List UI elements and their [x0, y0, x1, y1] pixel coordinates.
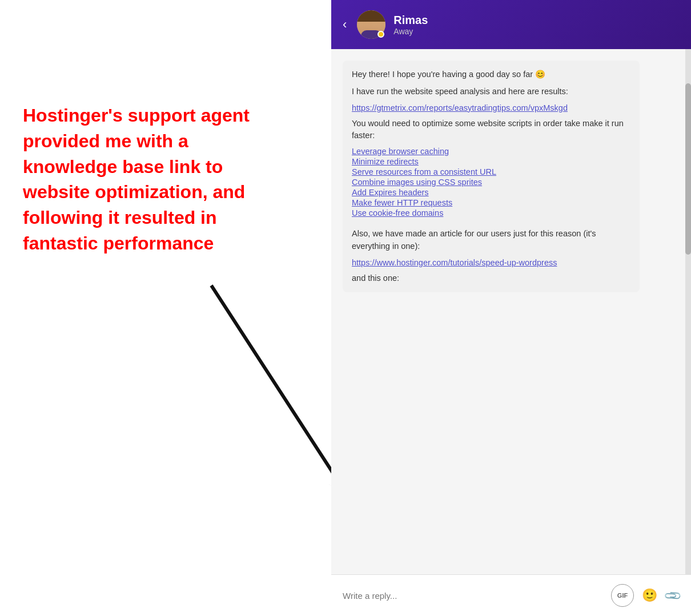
avatar-wrapper — [357, 10, 385, 39]
user-name: Rimas — [393, 14, 428, 27]
attach-button[interactable]: 📎 — [662, 586, 682, 606]
scrollbar-track[interactable] — [685, 49, 691, 574]
link-fewer-http[interactable]: Make fewer HTTP requests — [352, 198, 630, 207]
chat-panel: ‹ Rimas Away Hey there! I hope you're ha… — [331, 0, 691, 616]
message-text-4: Also, we have made an article for our us… — [352, 228, 630, 253]
message-text-3: You would need to optimize some website … — [352, 118, 630, 143]
left-annotation-area: Hostinger's support agent provided me wi… — [0, 0, 331, 616]
chat-input-area: GIF 🙂 📎 — [331, 574, 691, 616]
link-leverage-caching[interactable]: Leverage browser caching — [352, 147, 630, 156]
link-cookie-free[interactable]: Use cookie-free domains — [352, 208, 630, 218]
gtmetrix-link[interactable]: https://gtmetrix.com/reports/easytrading… — [352, 103, 568, 112]
back-button[interactable]: ‹ — [343, 17, 347, 32]
hostinger-link[interactable]: https://www.hostinger.com/tutorials/spee… — [352, 258, 557, 267]
link-add-expires[interactable]: Add Expires headers — [352, 188, 630, 197]
message-text-1: Hey there! I hope you're having a good d… — [352, 69, 630, 81]
message-bubble-1: Hey there! I hope you're having a good d… — [343, 61, 640, 292]
scrollbar-thumb[interactable] — [685, 83, 691, 255]
chat-messages[interactable]: Hey there! I hope you're having a good d… — [331, 49, 691, 574]
link-combine-images[interactable]: Combine images using CSS sprites — [352, 178, 630, 187]
chat-header: ‹ Rimas Away — [331, 0, 691, 49]
status-dot — [377, 31, 384, 38]
link-serve-resources[interactable]: Serve resources from a consistent URL — [352, 167, 630, 176]
reply-input[interactable] — [343, 591, 603, 601]
user-status: Away — [393, 27, 428, 36]
gif-button[interactable]: GIF — [611, 584, 634, 607]
emoji-button[interactable]: 🙂 — [642, 588, 657, 603]
annotation-text: Hostinger's support agent provided me wi… — [23, 103, 263, 256]
link-minimize-redirects[interactable]: Minimize redirects — [352, 157, 630, 166]
avatar-hair — [357, 10, 385, 22]
user-info: Rimas Away — [393, 14, 428, 36]
message-text-5: and this one: — [352, 272, 630, 285]
message-text-2: I have run the website speed analysis an… — [352, 86, 630, 98]
